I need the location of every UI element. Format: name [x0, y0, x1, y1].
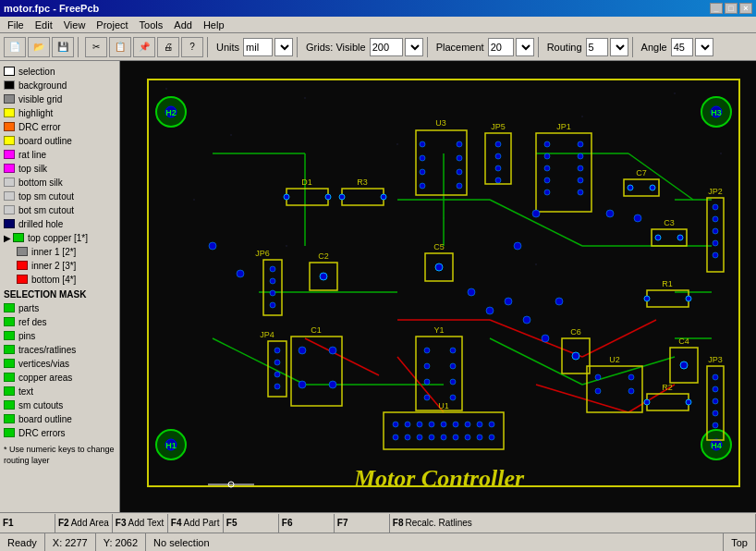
layer-visible-grid[interactable]: visible grid — [4, 92, 116, 105]
fn5-key[interactable]: F5 — [224, 514, 279, 533]
routing-dropdown[interactable]: ▼ — [610, 38, 628, 56]
titlebar-controls[interactable]: _ □ × — [710, 3, 752, 14]
layer-background[interactable]: background — [4, 79, 116, 92]
layer-highlight[interactable]: highlight — [4, 106, 116, 119]
grids-dropdown[interactable]: ▼ — [405, 38, 423, 56]
svg-text:C7: C7 — [636, 168, 647, 178]
angle-input[interactable] — [671, 38, 693, 56]
layer-inner1-label: inner 1 [2*] — [31, 247, 76, 257]
copy-btn[interactable]: 📋 — [109, 37, 131, 57]
svg-point-8 — [720, 153, 722, 154]
svg-point-2 — [230, 134, 232, 136]
layer-top-sm[interactable]: top sm cutout — [4, 190, 116, 202]
svg-point-106 — [713, 228, 718, 234]
status-layer: Top — [724, 533, 756, 551]
sep1 — [78, 37, 81, 57]
layer-inner2[interactable]: inner 2 [3*] — [4, 259, 116, 272]
placement-dropdown[interactable]: ▼ — [516, 38, 534, 56]
fn6-key[interactable]: F6 — [279, 514, 335, 533]
svg-point-192 — [555, 298, 563, 305]
fn7-label: F7 — [337, 518, 348, 528]
fn5-label: F5 — [226, 518, 238, 528]
svg-point-160 — [713, 410, 718, 416]
routing-input[interactable] — [586, 38, 608, 56]
mask-vertices[interactable]: vertices/vias — [4, 357, 116, 370]
sep5 — [538, 37, 542, 57]
pcb-canvas[interactable]: H2 H3 H1 H4 — [120, 61, 756, 512]
svg-point-119 — [274, 348, 280, 353]
svg-point-84 — [339, 194, 345, 200]
close-btn[interactable]: × — [739, 3, 752, 14]
cut-btn[interactable]: ✂ — [85, 37, 107, 57]
layer-bottom[interactable]: bottom [4*] — [4, 273, 116, 286]
fn4-key[interactable]: F4 Add Part — [168, 514, 224, 533]
help-btn[interactable]: ? — [181, 37, 203, 57]
svg-text:C6: C6 — [570, 327, 581, 337]
menu-project[interactable]: Project — [91, 18, 133, 31]
fn1-key[interactable]: F1 — [0, 514, 55, 533]
units-input[interactable] — [243, 38, 273, 56]
mask-board-outline[interactable]: board outline — [4, 412, 116, 425]
status-y-text: Y: 2062 — [104, 537, 138, 548]
units-dropdown[interactable]: ▼ — [274, 38, 293, 56]
svg-point-115 — [644, 296, 650, 301]
status-ready: Ready — [0, 533, 45, 551]
fn8-key[interactable]: F8 Recalc. Ratlines — [390, 514, 756, 533]
svg-point-146 — [628, 374, 634, 380]
layer-drc-label: DRC error — [18, 122, 61, 132]
grids-input[interactable] — [370, 38, 403, 56]
fn6-label: F6 — [282, 518, 293, 528]
layer-bottom-silk[interactable]: bottom silk — [4, 176, 116, 189]
svg-text:H3: H3 — [711, 108, 722, 117]
mask-parts[interactable]: parts — [4, 301, 116, 314]
title-text: motor.fpc - FreePcb — [4, 3, 99, 14]
svg-point-171 — [477, 422, 482, 427]
save-btn[interactable]: 💾 — [52, 37, 74, 57]
mask-parts-label: parts — [18, 303, 39, 313]
menu-edit[interactable]: Edit — [30, 18, 58, 31]
layer-top-copper[interactable]: ▶ top copper [1*] — [4, 231, 116, 244]
layer-drilled[interactable]: drilled hole — [4, 217, 116, 230]
new-btn[interactable]: 📄 — [4, 37, 26, 57]
print-btn[interactable]: 🖨 — [157, 37, 179, 57]
paste-btn[interactable]: 📌 — [133, 37, 155, 57]
mask-board-outline-label: board outline — [18, 414, 72, 424]
mask-traces[interactable]: traces/ratlines — [4, 343, 116, 356]
layer-drc-error[interactable]: DRC error — [4, 120, 116, 133]
mask-pins[interactable]: pins — [4, 329, 116, 342]
svg-point-159 — [713, 398, 718, 404]
angle-dropdown[interactable]: ▼ — [695, 38, 713, 56]
layer-top-silk[interactable]: top silk — [4, 162, 116, 175]
titlebar: motor.fpc - FreePcb _ □ × — [0, 0, 756, 17]
menu-help[interactable]: Help — [198, 18, 230, 31]
mask-refdes[interactable]: ref des — [4, 315, 116, 328]
svg-point-131 — [424, 348, 430, 353]
layer-drilled-label: drilled hole — [18, 219, 63, 229]
menu-tools[interactable]: Tools — [134, 18, 169, 31]
svg-point-97 — [435, 263, 443, 271]
placement-input[interactable] — [488, 38, 514, 56]
layer-inner1[interactable]: inner 1 [2*] — [4, 245, 116, 258]
menu-view[interactable]: View — [58, 18, 91, 31]
svg-point-69 — [544, 153, 550, 159]
mask-text[interactable]: text — [4, 385, 116, 398]
fn7-key[interactable]: F7 — [335, 514, 390, 533]
menu-file[interactable]: File — [2, 18, 30, 31]
menu-add[interactable]: Add — [168, 18, 198, 31]
minimize-btn[interactable]: _ — [710, 3, 723, 14]
mask-copper[interactable]: copper areas — [4, 371, 116, 384]
svg-point-126 — [329, 347, 336, 354]
svg-point-54 — [420, 169, 425, 175]
layer-selection[interactable]: selection — [4, 65, 116, 78]
layer-bot-sm[interactable]: bot sm cutout — [4, 203, 116, 216]
fn3-key[interactable]: F3 Add Text — [113, 514, 168, 533]
mask-vertices-label: vertices/vias — [18, 359, 69, 369]
layer-rat-line[interactable]: rat line — [4, 148, 116, 161]
mask-smcutouts[interactable]: sm cutouts — [4, 398, 116, 411]
maximize-btn[interactable]: □ — [725, 3, 738, 14]
open-btn[interactable]: 📂 — [28, 37, 50, 57]
svg-point-105 — [713, 216, 718, 222]
mask-drc[interactable]: DRC errors — [4, 426, 116, 439]
fn2-key[interactable]: F2 Add Area — [55, 514, 113, 533]
layer-board-outline[interactable]: board outline — [4, 134, 116, 147]
